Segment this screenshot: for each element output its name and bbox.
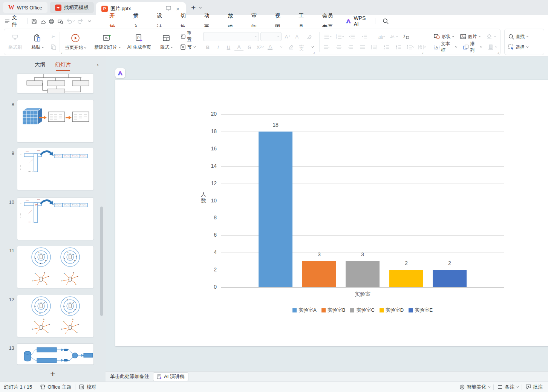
- data-label: 2: [395, 260, 418, 266]
- svg-text:取匀上下文: 取匀上下文: [64, 204, 70, 206]
- smart-beautify-button[interactable]: 智能美化: [456, 384, 493, 390]
- add-slide-button[interactable]: +: [48, 369, 57, 379]
- bar-实验室A[interactable]: [259, 132, 292, 287]
- slide-thumbnail-10[interactable]: 位置 取匀上下文取匀上下文取匀上下文取匀上下文: [17, 198, 93, 240]
- reset-button[interactable]: 重置: [179, 32, 197, 41]
- bar-实验室C[interactable]: [346, 261, 380, 287]
- print-preview-button[interactable]: [56, 17, 64, 25]
- hamburger-icon: [5, 19, 9, 23]
- play-from-current-button[interactable]: 当页开始: [61, 29, 90, 55]
- y-tick-label: 16: [198, 145, 217, 152]
- paste-button[interactable]: 粘贴: [26, 29, 49, 55]
- bar-实验室B[interactable]: [302, 261, 336, 287]
- insert-symbol-icon[interactable]: Σ: [402, 32, 411, 41]
- increase-indent-icon: [360, 32, 369, 41]
- comments-button[interactable]: 批注: [522, 384, 548, 390]
- slide-thumbnail-7[interactable]: [17, 74, 93, 93]
- theme-shirt-icon: [40, 384, 46, 389]
- font-size-select[interactable]: [260, 32, 282, 41]
- shapes-button[interactable]: 形状: [432, 32, 455, 41]
- ai-generate-page-button[interactable]: P AI 生成单页: [122, 29, 156, 55]
- decrease-font-icon: A⁻: [294, 32, 303, 41]
- legend-swatch: [292, 308, 297, 312]
- slide-thumbnail-8[interactable]: [17, 100, 93, 142]
- bullet-list-icon: [323, 32, 332, 41]
- wps-ai-button[interactable]: WPS AI: [346, 15, 369, 27]
- ai-generate-page-icon: P: [135, 34, 144, 42]
- slide-number: 8: [7, 102, 14, 107]
- tab-list-chevron-icon[interactable]: [199, 5, 202, 8]
- search-icon[interactable]: [381, 17, 390, 25]
- slide-number: 13: [7, 345, 14, 351]
- theme-button[interactable]: Office 主题: [36, 384, 75, 390]
- play-icon: [71, 34, 80, 43]
- char-border-icon: A: [234, 43, 243, 51]
- proofread-button[interactable]: 校对: [75, 384, 100, 390]
- layout-button[interactable]: 版式: [156, 29, 176, 55]
- svg-text:▾: ▾: [46, 283, 47, 285]
- slide-canvas[interactable]: 人数 实验室 实验室A实验室B实验室C实验室D实验室E 024681012141…: [115, 80, 548, 346]
- svg-text:✈: ✈: [74, 308, 76, 311]
- svg-text:▾: ▾: [35, 257, 36, 259]
- svg-text:▾: ▾: [67, 251, 69, 253]
- svg-text:✈: ✈: [38, 299, 39, 301]
- notes-icon: [497, 385, 503, 389]
- svg-text:✈: ✈: [63, 320, 64, 323]
- highlight-color-icon: [286, 43, 295, 52]
- print-button[interactable]: [47, 17, 56, 25]
- svg-text:▾: ▾: [35, 272, 36, 274]
- line-spacing-icon: [406, 43, 414, 52]
- svg-text:✈: ✈: [32, 328, 33, 330]
- bar-实验室E[interactable]: [433, 270, 467, 287]
- bar-chart[interactable]: 人数 实验室 实验室A实验室B实验室C实验室D实验室E 024681012141…: [115, 80, 548, 346]
- wps-ai-floating-button[interactable]: [115, 68, 125, 78]
- legend-swatch: [321, 308, 326, 312]
- y-tick-label: 20: [198, 111, 217, 117]
- arrange-icon: [463, 44, 468, 50]
- notes-bar: 单击此处添加备注 AI 演讲稿: [106, 371, 548, 381]
- sidebar-scrollbar[interactable]: [100, 207, 103, 316]
- flowchart-thumbnail: [17, 74, 93, 93]
- more-quick-actions-chevron-icon[interactable]: [85, 17, 93, 25]
- notes-placeholder[interactable]: 单击此处添加备注: [110, 373, 149, 380]
- slides-tab[interactable]: 幻灯片: [55, 61, 71, 68]
- slide-number: 12: [7, 297, 14, 302]
- collapse-panel-icon[interactable]: ‹: [97, 61, 99, 67]
- new-slide-button[interactable]: 新建幻灯片: [92, 29, 122, 55]
- find-icon: [508, 34, 514, 40]
- slide-thumbnail-11[interactable]: ▾▾▾▾▾▾▾▾▾▾ ▾▾▾▾▾▾▾▾▾▾: [17, 246, 93, 288]
- format-painter-button: 格式刷: [4, 29, 26, 55]
- legend-item: 实验室B: [321, 307, 346, 314]
- tab-label: 找稻壳模板: [64, 4, 89, 11]
- bar-实验室D[interactable]: [389, 270, 423, 287]
- svg-text:✈: ✈: [49, 323, 50, 326]
- pipeline-diagram-thumbnail: [17, 344, 93, 364]
- arrange-button[interactable]: 排列: [462, 43, 483, 52]
- text-box-button[interactable]: A 文本框: [432, 43, 458, 52]
- slide-number: 10: [7, 199, 14, 205]
- select-button[interactable]: 选择: [507, 43, 542, 52]
- svg-text:▾: ▾: [61, 280, 63, 282]
- font-family-select[interactable]: [203, 32, 259, 41]
- notes-toggle-button[interactable]: 备注: [494, 384, 522, 390]
- select-icon: [508, 44, 514, 50]
- tab-wps-office[interactable]: W WPS Office: [3, 2, 47, 13]
- svg-text:✈: ✈: [72, 318, 73, 320]
- slide-thumbnail-9[interactable]: 取匀上下文取匀上下文取匀上下文取匀上下文: [17, 148, 93, 190]
- slide-thumbnail-12[interactable]: ✈✈✈✈✈✈✈✈✈✈ ✈✈✈✈✈✈✈✈✈✈: [17, 295, 93, 337]
- tab-docer-templates[interactable]: ❧ 找稻壳模板: [50, 2, 94, 13]
- picture-button[interactable]: 图片: [459, 32, 481, 41]
- ai-script-button[interactable]: AI 演讲稿: [153, 372, 188, 381]
- outline-tab[interactable]: 大纲: [35, 61, 45, 68]
- svg-text:✈: ✈: [44, 302, 45, 304]
- data-label: 3: [308, 251, 331, 257]
- export-button[interactable]: [38, 17, 47, 25]
- svg-text:✈: ✈: [67, 299, 68, 301]
- file-menu-button[interactable]: 文件: [0, 14, 25, 28]
- align-right-icon: [346, 43, 355, 52]
- svg-text:Σ: Σ: [403, 34, 406, 39]
- find-button[interactable]: 查找: [507, 32, 542, 41]
- save-button[interactable]: [30, 17, 38, 25]
- section-button[interactable]: 节: [179, 43, 197, 52]
- slide-thumbnail-13[interactable]: [17, 344, 93, 364]
